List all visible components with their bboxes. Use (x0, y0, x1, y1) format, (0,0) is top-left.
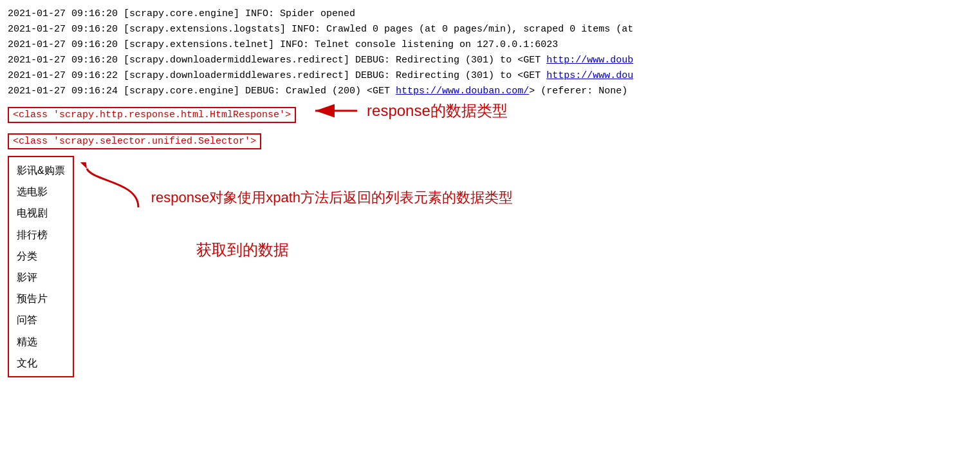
log-line-5-prefix: 2021-01-27 09:16:22 [scrapy.downloadermi… (8, 70, 546, 81)
log-line-6-prefix: 2021-01-27 09:16:24 [scrapy.core.engine]… (8, 86, 396, 97)
nav-item-8: 精选 (9, 331, 73, 352)
nav-item-4: 分类 (9, 245, 73, 267)
nav-item-2: 电视剧 (9, 202, 73, 223)
xpath-return-label: response对象使用xpath方法后返回的列表元素的数据类型 (151, 188, 513, 207)
log-line-3: 2021-01-27 09:16:20 [scrapy.extensions.t… (8, 37, 972, 53)
retrieved-data-label: 获取到的数据 (196, 241, 289, 258)
log-link-6[interactable]: https://www.douban.com/ (396, 86, 529, 97)
log-link-4[interactable]: http://www.doub (546, 55, 633, 66)
nav-item-6: 预告片 (9, 288, 73, 309)
nav-item-3: 排行榜 (9, 224, 73, 245)
boxed-line-2: <class 'scrapy.selector.unified.Selector… (8, 133, 261, 149)
log-line-6-suffix: > (referer: None) (529, 86, 627, 97)
boxed-section: <class 'scrapy.http.response.html.HtmlRe… (8, 106, 296, 124)
nav-list-box: 影讯&购票 选电影 电视剧 排行榜 分类 影评 预告片 问答 精选 文化 (8, 156, 74, 377)
nav-item-1: 选电影 (9, 181, 73, 202)
log-section: 2021-01-27 09:16:20 [scrapy.core.engine]… (8, 6, 972, 99)
nav-item-9: 文化 (9, 352, 73, 374)
nav-item-5: 影评 (9, 267, 73, 288)
boxed-section-2: <class 'scrapy.selector.unified.Selector… (8, 132, 296, 151)
nav-item-7: 问答 (9, 309, 73, 330)
nav-item-0: 影讯&购票 (9, 160, 73, 181)
log-line-4: 2021-01-27 09:16:20 [scrapy.downloadermi… (8, 53, 972, 68)
log-line-1: 2021-01-27 09:16:20 [scrapy.core.engine]… (8, 6, 972, 22)
log-line-4-prefix: 2021-01-27 09:16:20 [scrapy.downloadermi… (8, 55, 546, 66)
log-line-6: 2021-01-27 09:16:24 [scrapy.core.engine]… (8, 84, 972, 99)
boxed-line-1: <class 'scrapy.http.response.html.HtmlRe… (8, 107, 296, 123)
arrow-right-icon (309, 99, 360, 122)
log-line-2: 2021-01-27 09:16:20 [scrapy.extensions.l… (8, 22, 972, 37)
log-link-5[interactable]: https://www.dou (546, 70, 633, 81)
response-type-label: response的数据类型 (367, 100, 508, 121)
log-line-5: 2021-01-27 09:16:22 [scrapy.downloadermi… (8, 68, 972, 84)
arrow-up-left-icon (80, 162, 145, 214)
main-content: 2021-01-27 09:16:20 [scrapy.core.engine]… (8, 6, 972, 377)
